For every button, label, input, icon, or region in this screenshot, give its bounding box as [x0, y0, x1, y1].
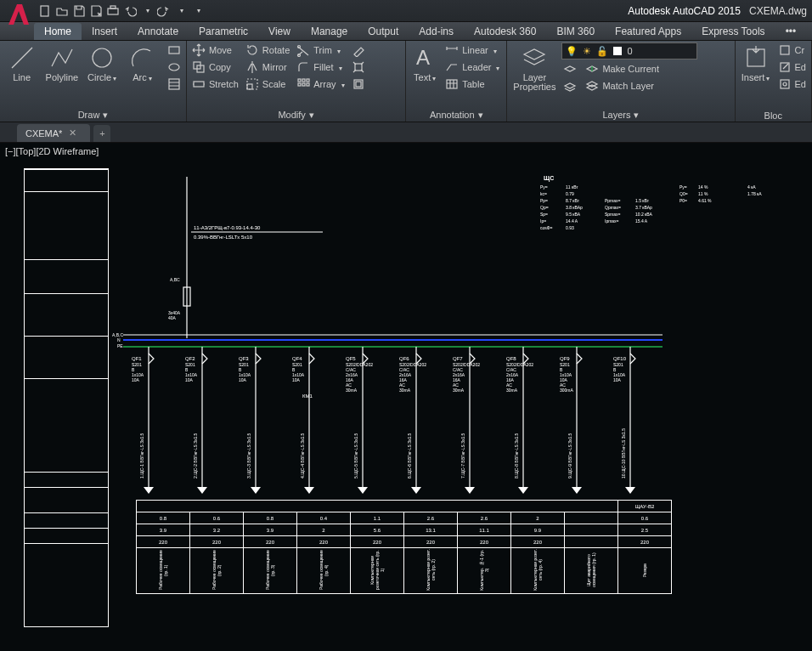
doc-tab[interactable]: CXEMA* ✕	[17, 124, 90, 142]
insert-block-button[interactable]: Insert	[739, 42, 773, 83]
tab-insert[interactable]: Insert	[82, 23, 127, 40]
rotate-button[interactable]: Rotate	[244, 42, 291, 58]
tab-express[interactable]: Express Tools	[691, 23, 775, 40]
feeder-table: ЩАУ-В2 0.80.60.80.41.12.62.620.6 3.93.23…	[136, 500, 672, 594]
block-create[interactable]: Cr	[776, 42, 808, 58]
match-layer-button[interactable]: Match Layer	[584, 78, 661, 93]
app-logo[interactable]	[5, 1, 32, 28]
redo-icon[interactable]	[156, 3, 172, 19]
copy-icon	[192, 60, 206, 74]
tab-addins[interactable]: Add-ins	[409, 23, 464, 40]
svg-text:kc=: kc=	[540, 191, 547, 196]
svg-rect-11	[247, 84, 252, 89]
svg-text:ЩС: ЩС	[544, 175, 554, 182]
tab-output[interactable]: Output	[358, 23, 409, 40]
tab-home[interactable]: Home	[34, 23, 82, 40]
tab-annotate[interactable]: Annotate	[127, 23, 189, 40]
tab-featured[interactable]: Featured Apps	[605, 23, 691, 40]
move-button[interactable]: Move	[190, 42, 240, 58]
bulb-icon: 💡	[566, 46, 578, 57]
trim-button[interactable]: Trim	[295, 42, 346, 58]
close-icon[interactable]: ✕	[69, 127, 76, 139]
arc-button[interactable]: Arc	[124, 42, 161, 83]
erase-icon[interactable]	[350, 42, 367, 58]
hatch-icon[interactable]	[166, 76, 183, 92]
svg-text:P0=: P0=	[679, 198, 687, 203]
svg-text:4.ЩС-4 ВВГнг-LS 3x1.5: 4.ЩС-4 ВВГнг-LS 3x1.5	[300, 433, 305, 478]
new-tab-button[interactable]: +	[93, 125, 110, 142]
stretch-button[interactable]: Stretch	[190, 76, 240, 92]
svg-text:Spmax=: Spmax=	[605, 212, 621, 217]
tab-bim360[interactable]: BIM 360	[546, 23, 605, 40]
lock-icon: 🔓	[596, 46, 608, 57]
svg-text:30mA: 30mA	[399, 388, 411, 393]
chevron-down-icon[interactable]: ▾	[309, 110, 314, 121]
qat-custom-icon[interactable]	[190, 3, 206, 19]
new-icon[interactable]	[37, 3, 53, 19]
copy-button[interactable]: Copy	[190, 59, 240, 75]
tab-view[interactable]: View	[258, 23, 301, 40]
svg-point-13	[298, 46, 301, 48]
svg-text:0.39%-ВВГнг-LSLTx  5x10: 0.39%-ВВГнг-LSLTx 5x10	[194, 235, 253, 240]
layer-props-button[interactable]: Layer Properties	[510, 42, 558, 92]
polyline-button[interactable]: Polyline	[43, 42, 80, 82]
undo-icon[interactable]	[122, 3, 138, 19]
make-current-button[interactable]: Make Current	[584, 61, 661, 76]
plot-icon[interactable]	[105, 3, 121, 19]
block-edit2[interactable]: Ed	[776, 76, 808, 92]
svg-text:QF8: QF8	[506, 356, 516, 361]
text-button[interactable]: A Text	[409, 42, 440, 83]
rect-icon[interactable]	[166, 42, 183, 58]
block-edit[interactable]: Ed	[776, 59, 808, 75]
saveas-icon[interactable]	[88, 3, 104, 19]
layer-combo[interactable]: 💡 ☀ 🔓 0	[561, 42, 697, 59]
fillet-icon	[296, 60, 310, 74]
panel-annotation: A Text Linear Leader Table Annotation▾	[406, 41, 507, 122]
svg-text:A: A	[416, 46, 430, 69]
drawing-canvas[interactable]: [−][Top][2D Wireframe] 11-А3/2ГРЩ-в7-0.9…	[0, 143, 812, 651]
svg-text:Sр=: Sр=	[540, 212, 548, 217]
color-swatch	[613, 47, 622, 55]
explode-icon[interactable]	[350, 59, 367, 75]
svg-text:40A: 40A	[168, 315, 177, 320]
panel-draw-title: Draw	[78, 110, 100, 121]
svg-text:Ppmax=: Ppmax=	[605, 198, 621, 203]
layer-tool-2[interactable]	[561, 78, 578, 93]
svg-rect-7	[169, 79, 179, 89]
tab-overflow[interactable]: •••	[775, 23, 807, 40]
svg-text:0.79: 0.79	[566, 191, 574, 196]
fillet-button[interactable]: Fillet	[295, 59, 346, 75]
open-icon[interactable]	[54, 3, 70, 19]
chevron-down-icon[interactable]: ▾	[103, 110, 108, 121]
ellipse-icon[interactable]	[166, 59, 183, 75]
leader-button[interactable]: Leader	[443, 59, 501, 75]
tab-a360[interactable]: Autodesk 360	[464, 23, 546, 40]
mirror-button[interactable]: Mirror	[244, 59, 291, 75]
save-icon[interactable]	[71, 3, 87, 19]
svg-rect-21	[355, 64, 362, 71]
svg-text:cosФ=: cosФ=	[540, 225, 553, 230]
panel-modify: Move Copy Stretch Rotate Mirror Scale Tr…	[187, 41, 406, 122]
tab-parametric[interactable]: Parametric	[189, 23, 258, 40]
svg-text:Py=: Py=	[679, 184, 687, 190]
doc-tab-label: CXEMA*	[25, 128, 62, 139]
offset-icon[interactable]	[350, 76, 367, 92]
rotate-icon	[245, 43, 259, 57]
chevron-down-icon[interactable]: ▾	[478, 110, 483, 121]
undo-drop-icon[interactable]	[139, 3, 155, 19]
chevron-down-icon[interactable]: ▾	[634, 110, 639, 121]
table-button[interactable]: Table	[443, 76, 501, 92]
svg-text:2.ЩС-2 ВВГнг-LS 3x1.5: 2.ЩС-2 ВВГнг-LS 3x1.5	[193, 433, 198, 478]
linear-dim-button[interactable]: Linear	[443, 42, 501, 58]
circle-button[interactable]: Circle	[84, 42, 121, 83]
panel-annotation-title: Annotation	[430, 110, 475, 121]
svg-text:11-А3/2ГРЩ-в7-0.93-14.4-30: 11-А3/2ГРЩ-в7-0.93-14.4-30	[194, 225, 261, 230]
sun-icon: ☀	[583, 46, 591, 57]
array-button[interactable]: Array	[295, 76, 346, 92]
line-button[interactable]: Line	[3, 42, 40, 82]
redo-drop-icon[interactable]	[173, 3, 189, 19]
svg-rect-16	[302, 79, 305, 82]
tab-manage[interactable]: Manage	[301, 23, 358, 40]
scale-button[interactable]: Scale	[244, 76, 291, 92]
layer-tool-1[interactable]	[561, 61, 578, 76]
